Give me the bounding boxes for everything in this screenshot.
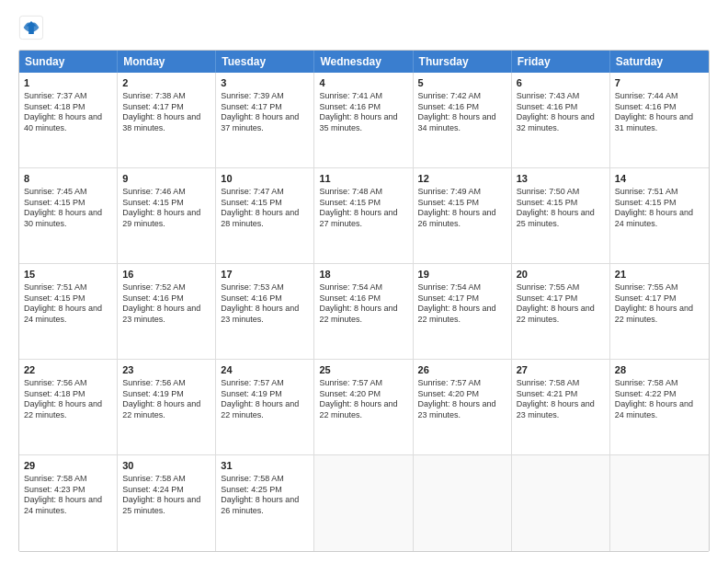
cell-info: Sunrise: 7:56 AMSunset: 4:18 PMDaylight:…	[24, 378, 112, 421]
day-number: 10	[221, 172, 309, 186]
cell-info: Sunrise: 7:58 AMSunset: 4:25 PMDaylight:…	[221, 474, 309, 517]
cell-info: Sunrise: 7:43 AMSunset: 4:16 PMDaylight:…	[517, 91, 605, 134]
day-cell-22: 22Sunrise: 7:56 AMSunset: 4:18 PMDayligh…	[19, 360, 118, 454]
day-number: 16	[122, 268, 210, 282]
cell-info: Sunrise: 7:58 AMSunset: 4:23 PMDaylight:…	[24, 474, 112, 517]
empty-cell	[314, 455, 413, 551]
day-number: 29	[24, 459, 112, 473]
day-number: 14	[615, 172, 704, 186]
cell-info: Sunrise: 7:58 AMSunset: 4:21 PMDaylight:…	[517, 378, 605, 421]
day-number: 4	[319, 76, 407, 90]
day-number: 11	[319, 172, 407, 186]
calendar-row-5: 29Sunrise: 7:58 AMSunset: 4:23 PMDayligh…	[19, 455, 709, 551]
day-cell-25: 25Sunrise: 7:57 AMSunset: 4:20 PMDayligh…	[314, 360, 413, 454]
day-number: 25	[319, 363, 407, 377]
day-cell-4: 4Sunrise: 7:41 AMSunset: 4:16 PMDaylight…	[314, 73, 413, 167]
header-day-friday: Friday	[512, 51, 610, 73]
empty-cell	[512, 455, 610, 551]
header-day-sunday: Sunday	[19, 51, 118, 73]
cell-info: Sunrise: 7:58 AMSunset: 4:24 PMDaylight:…	[122, 474, 210, 517]
day-number: 17	[221, 268, 309, 282]
day-number: 19	[418, 268, 506, 282]
header-day-monday: Monday	[118, 51, 216, 73]
cell-info: Sunrise: 7:37 AMSunset: 4:18 PMDaylight:…	[24, 91, 112, 134]
cell-info: Sunrise: 7:57 AMSunset: 4:19 PMDaylight:…	[221, 378, 309, 421]
calendar-row-1: 1Sunrise: 7:37 AMSunset: 4:18 PMDaylight…	[19, 73, 709, 168]
day-number: 18	[319, 268, 407, 282]
day-number: 26	[418, 363, 506, 377]
header-day-tuesday: Tuesday	[216, 51, 314, 73]
day-cell-27: 27Sunrise: 7:58 AMSunset: 4:21 PMDayligh…	[512, 360, 610, 454]
cell-info: Sunrise: 7:56 AMSunset: 4:19 PMDaylight:…	[122, 378, 210, 421]
day-cell-18: 18Sunrise: 7:54 AMSunset: 4:16 PMDayligh…	[314, 264, 413, 359]
day-number: 13	[517, 172, 605, 186]
day-number: 27	[517, 363, 605, 377]
day-number: 12	[418, 172, 506, 186]
day-cell-31: 31Sunrise: 7:58 AMSunset: 4:25 PMDayligh…	[216, 455, 314, 551]
calendar-row-2: 8Sunrise: 7:45 AMSunset: 4:15 PMDaylight…	[19, 168, 709, 264]
day-number: 20	[517, 268, 605, 282]
day-cell-15: 15Sunrise: 7:51 AMSunset: 4:15 PMDayligh…	[19, 264, 118, 359]
cell-info: Sunrise: 7:44 AMSunset: 4:16 PMDaylight:…	[615, 91, 704, 134]
calendar-row-3: 15Sunrise: 7:51 AMSunset: 4:15 PMDayligh…	[19, 264, 709, 360]
day-cell-1: 1Sunrise: 7:37 AMSunset: 4:18 PMDaylight…	[19, 73, 118, 167]
cell-info: Sunrise: 7:54 AMSunset: 4:17 PMDaylight:…	[418, 282, 506, 326]
day-cell-14: 14Sunrise: 7:51 AMSunset: 4:15 PMDayligh…	[610, 168, 709, 263]
day-cell-26: 26Sunrise: 7:57 AMSunset: 4:20 PMDayligh…	[414, 360, 512, 454]
day-number: 6	[517, 76, 605, 90]
header	[18, 15, 710, 40]
cell-info: Sunrise: 7:41 AMSunset: 4:16 PMDaylight:…	[319, 91, 407, 134]
day-cell-28: 28Sunrise: 7:58 AMSunset: 4:22 PMDayligh…	[610, 360, 709, 454]
day-cell-10: 10Sunrise: 7:47 AMSunset: 4:15 PMDayligh…	[216, 168, 314, 263]
day-cell-6: 6Sunrise: 7:43 AMSunset: 4:16 PMDaylight…	[512, 73, 610, 167]
day-cell-20: 20Sunrise: 7:55 AMSunset: 4:17 PMDayligh…	[512, 264, 610, 359]
day-number: 23	[122, 363, 210, 377]
calendar-body: 1Sunrise: 7:37 AMSunset: 4:18 PMDaylight…	[19, 73, 709, 551]
cell-info: Sunrise: 7:50 AMSunset: 4:15 PMDaylight:…	[517, 187, 605, 230]
cell-info: Sunrise: 7:49 AMSunset: 4:15 PMDaylight:…	[418, 187, 506, 230]
day-cell-12: 12Sunrise: 7:49 AMSunset: 4:15 PMDayligh…	[414, 168, 512, 263]
day-number: 5	[418, 76, 506, 90]
cell-info: Sunrise: 7:57 AMSunset: 4:20 PMDaylight:…	[418, 378, 506, 421]
day-cell-24: 24Sunrise: 7:57 AMSunset: 4:19 PMDayligh…	[216, 360, 314, 454]
day-cell-9: 9Sunrise: 7:46 AMSunset: 4:15 PMDaylight…	[118, 168, 216, 263]
day-number: 8	[24, 172, 112, 186]
day-number: 9	[122, 172, 210, 186]
cell-info: Sunrise: 7:51 AMSunset: 4:15 PMDaylight:…	[24, 282, 112, 326]
day-number: 28	[615, 363, 704, 377]
day-number: 2	[122, 76, 210, 90]
day-cell-19: 19Sunrise: 7:54 AMSunset: 4:17 PMDayligh…	[414, 264, 512, 359]
header-day-saturday: Saturday	[610, 51, 709, 73]
header-day-wednesday: Wednesday	[314, 51, 413, 73]
logo	[18, 15, 48, 40]
day-number: 24	[221, 363, 309, 377]
cell-info: Sunrise: 7:46 AMSunset: 4:15 PMDaylight:…	[122, 187, 210, 230]
cell-info: Sunrise: 7:55 AMSunset: 4:17 PMDaylight:…	[517, 282, 605, 326]
cell-info: Sunrise: 7:45 AMSunset: 4:15 PMDaylight:…	[24, 187, 112, 230]
empty-cell	[610, 455, 709, 551]
day-cell-21: 21Sunrise: 7:55 AMSunset: 4:17 PMDayligh…	[610, 264, 709, 359]
day-cell-23: 23Sunrise: 7:56 AMSunset: 4:19 PMDayligh…	[118, 360, 216, 454]
day-number: 22	[24, 363, 112, 377]
day-number: 1	[24, 76, 112, 90]
cell-info: Sunrise: 7:53 AMSunset: 4:16 PMDaylight:…	[221, 282, 309, 326]
day-number: 30	[122, 459, 210, 473]
day-cell-8: 8Sunrise: 7:45 AMSunset: 4:15 PMDaylight…	[19, 168, 118, 263]
logo-icon	[18, 15, 44, 40]
calendar-header: SundayMondayTuesdayWednesdayThursdayFrid…	[19, 51, 709, 73]
day-cell-17: 17Sunrise: 7:53 AMSunset: 4:16 PMDayligh…	[216, 264, 314, 359]
cell-info: Sunrise: 7:52 AMSunset: 4:16 PMDaylight:…	[122, 282, 210, 326]
cell-info: Sunrise: 7:51 AMSunset: 4:15 PMDaylight:…	[615, 187, 704, 230]
cell-info: Sunrise: 7:39 AMSunset: 4:17 PMDaylight:…	[221, 91, 309, 134]
calendar-row-4: 22Sunrise: 7:56 AMSunset: 4:18 PMDayligh…	[19, 360, 709, 455]
day-number: 3	[221, 76, 309, 90]
empty-cell	[414, 455, 512, 551]
cell-info: Sunrise: 7:48 AMSunset: 4:15 PMDaylight:…	[319, 187, 407, 230]
day-cell-13: 13Sunrise: 7:50 AMSunset: 4:15 PMDayligh…	[512, 168, 610, 263]
day-number: 7	[615, 76, 704, 90]
cell-info: Sunrise: 7:57 AMSunset: 4:20 PMDaylight:…	[319, 378, 407, 421]
header-day-thursday: Thursday	[414, 51, 512, 73]
day-number: 31	[221, 459, 309, 473]
cell-info: Sunrise: 7:58 AMSunset: 4:22 PMDaylight:…	[615, 378, 704, 421]
day-cell-3: 3Sunrise: 7:39 AMSunset: 4:17 PMDaylight…	[216, 73, 314, 167]
